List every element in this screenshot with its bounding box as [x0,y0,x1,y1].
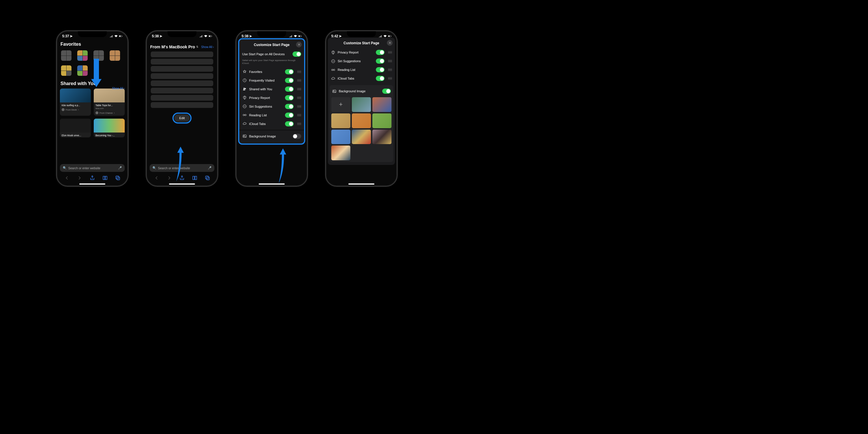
home-indicator[interactable] [79,183,105,185]
option-toggle[interactable] [285,121,294,126]
annotation-highlight: Edit [173,113,192,124]
edit-button[interactable]: Edit [174,114,190,122]
background-tile[interactable] [352,114,371,128]
option-toggle[interactable] [376,76,384,81]
option-label: Shared with You [249,87,283,91]
search-placeholder: Search or enter website [68,166,116,170]
background-tile[interactable] [372,97,392,112]
option-toggle[interactable] [376,67,384,72]
background-toggle[interactable] [382,89,391,94]
share-icon[interactable] [89,175,95,181]
forward-icon[interactable] [166,175,172,181]
close-button[interactable]: ✕ [296,42,302,48]
svg-rect-22 [388,36,390,37]
option-row-favorites: Favorites [242,67,302,76]
sync-toggle[interactable] [292,52,301,57]
background-tile[interactable] [372,114,392,128]
clock-icon [242,78,247,83]
option-toggle[interactable] [285,69,294,74]
background-toggle[interactable] [292,134,301,139]
drag-handle-icon[interactable] [297,105,301,108]
favorite-folder[interactable] [61,65,71,76]
card-from: From Devin› [60,107,91,113]
shared-card[interactable]: Elon Musk unve... [60,119,91,137]
forward-icon[interactable] [77,175,83,181]
address-bar[interactable]: 🔍 Search or enter website 🎤 [60,164,125,172]
option-toggle[interactable] [376,58,384,64]
home-indicator[interactable] [169,183,195,185]
drag-handle-icon[interactable] [388,60,392,62]
add-background-button[interactable]: + [331,97,350,112]
drag-handle-icon[interactable] [297,71,301,73]
favorite-folder[interactable] [61,50,71,61]
svg-rect-9 [207,177,210,180]
drag-handle-icon[interactable] [297,88,301,91]
tab-item-blurred[interactable] [151,81,213,86]
tabs-icon[interactable] [205,175,210,181]
background-tile[interactable] [331,146,350,160]
tab-item-blurred[interactable] [151,59,213,64]
tab-item-blurred[interactable] [151,88,213,93]
show-all-link[interactable]: Show All› [201,45,214,49]
tabs-icon[interactable] [115,175,121,181]
shield-icon [331,50,335,55]
phone-screenshot-3: 5:38➤ Customize Start Page ✕ Use Start P… [236,30,308,187]
drag-handle-icon[interactable] [388,77,392,80]
background-tile[interactable] [372,130,392,144]
mic-icon[interactable]: 🎤 [118,166,122,170]
shared-card[interactable]: Kite surfing a p... From Devin› [60,89,91,116]
status-indicators [110,35,122,38]
svg-point-26 [333,69,335,71]
image-icon [332,89,337,93]
tab-item-blurred[interactable] [151,52,213,57]
bookmarks-icon[interactable] [102,175,108,181]
phone-screenshot-2: 5:38➤ From M's MacBook Pro ⇅ Show All› E… [146,30,218,187]
tab-item-blurred[interactable] [151,66,213,72]
drag-handle-icon[interactable] [297,97,301,99]
option-toggle[interactable] [285,113,294,118]
bg-label: Background Image [249,134,290,138]
mic-icon[interactable]: 🎤 [208,166,212,170]
back-icon[interactable] [154,175,159,181]
drag-handle-icon[interactable] [297,123,301,125]
shared-card[interactable]: Table Tops for... ikea.com From Chance› [94,89,125,116]
home-indicator[interactable] [348,183,374,185]
background-tile[interactable] [331,130,350,144]
option-toggle[interactable] [285,95,294,100]
shared-card[interactable]: Becoming You -... [94,119,125,137]
drag-handle-icon[interactable] [388,51,392,54]
option-toggle[interactable] [376,50,384,55]
home-indicator[interactable] [259,183,285,185]
svg-rect-3 [116,176,119,179]
glasses-icon [242,113,247,118]
favorite-folder[interactable] [77,65,88,76]
star-icon [242,69,247,74]
option-label: Frequently Visited [249,79,283,82]
option-row-siri-suggestions: Siri Suggestions [330,57,393,65]
drag-handle-icon[interactable] [297,114,301,117]
background-tile[interactable] [331,114,350,128]
bookmarks-icon[interactable] [192,175,197,181]
drag-handle-icon[interactable] [297,79,301,82]
show-all-link[interactable]: Show All› [112,87,125,90]
favorite-folder[interactable] [110,50,120,61]
option-toggle[interactable] [285,78,294,83]
svg-rect-2 [122,36,122,36]
svg-point-14 [243,88,245,89]
favorites-heading: Favorites [60,42,124,47]
background-tile[interactable] [352,130,371,144]
option-toggle[interactable] [285,104,294,109]
tab-item-blurred[interactable] [151,95,213,101]
status-time: 5:37 [62,34,69,38]
tab-item-blurred[interactable] [151,102,213,108]
back-icon[interactable] [64,175,70,181]
sync-label: Use Start Page on All Devices [242,52,290,56]
drag-handle-icon[interactable] [388,69,392,71]
favorite-folder[interactable] [77,50,88,61]
image-icon [242,134,247,138]
tab-item-blurred[interactable] [151,73,213,79]
section-header[interactable]: From M's MacBook Pro ⇅ [150,44,198,49]
close-button[interactable]: ✕ [387,40,393,46]
option-toggle[interactable] [285,87,294,92]
background-tile[interactable] [352,97,371,112]
